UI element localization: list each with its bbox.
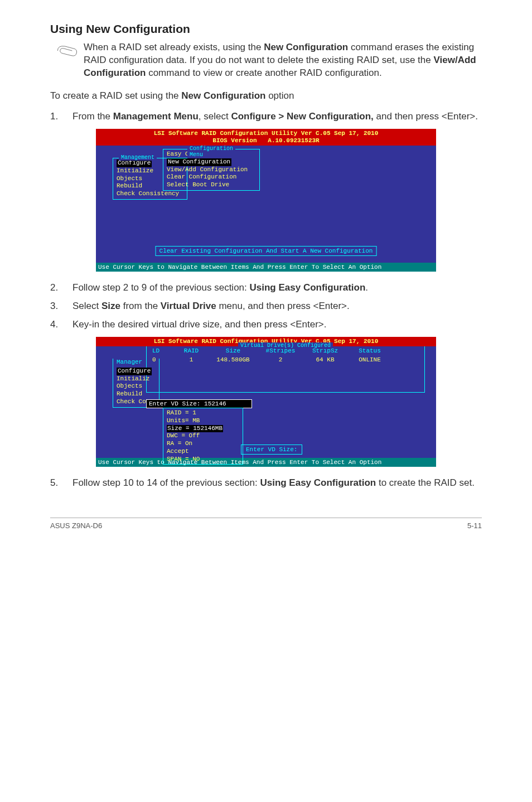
- step-4: 4. Key-in the desired virtual drive size…: [50, 318, 482, 331]
- step-text: Key-in the desired virtual drive size, a…: [72, 318, 482, 331]
- intro-bold: New Configuration: [181, 90, 265, 101]
- frag: menu, and then press <Enter>.: [216, 301, 350, 311]
- col-raid: RAID: [175, 347, 208, 354]
- cell-stripsz: 64 KB: [303, 356, 347, 363]
- intro-frag: To create a RAID set using the: [50, 90, 181, 101]
- management-menu-title: Management: [119, 154, 157, 161]
- bios-header: LSI Software RAID Configuration Utility …: [96, 129, 436, 146]
- cell-raid: 1: [175, 356, 208, 363]
- frag: .: [365, 282, 368, 293]
- cell-size: 148.580GB: [208, 356, 258, 363]
- prop-raid: RAID = 1: [167, 409, 239, 417]
- cfg-item-clear: Clear Configuration: [167, 173, 256, 181]
- frag: to create the RAID set.: [376, 477, 475, 488]
- mgmt-item-configure: Configure: [117, 368, 156, 375]
- section-title: Using New Configuration: [50, 22, 482, 36]
- step-text: Select Size from the Virtual Drive menu,…: [72, 300, 482, 313]
- mgmt-item-check-consistency: Check Consistency: [117, 190, 183, 198]
- frag: Follow step 2 to 9 of the previous secti…: [72, 282, 250, 293]
- step-2: 2. Follow step 2 to 9 of the previous se…: [50, 282, 482, 294]
- frag: from the: [120, 301, 161, 311]
- prop-size-label: Size =: [167, 425, 193, 432]
- cfg-item-new: New Configuration: [167, 158, 256, 166]
- mgmt-item: Initializ: [117, 375, 156, 383]
- col-status: Status: [347, 347, 392, 354]
- frag: From the: [72, 111, 113, 122]
- step-num: 4.: [50, 318, 72, 331]
- mgmt-item: Objects: [117, 383, 156, 390]
- note-block: When a RAID set already exists, using th…: [50, 41, 482, 80]
- vd-size-input-box: Enter VD Size: 152146: [146, 399, 252, 408]
- frag-bold: Using Easy Configuration: [260, 477, 376, 488]
- configuration-menu-title: Configuration Menu: [187, 146, 235, 158]
- cell-status: ONLINE: [347, 356, 392, 363]
- col-ld: LD: [147, 347, 175, 354]
- prop-dwc: DWC = Off: [167, 432, 239, 440]
- bios-confirm-message: Clear Existing Configuration And Start A…: [156, 246, 377, 256]
- bios-screenshot-2: LSI Software RAID Configuration Utility …: [96, 337, 436, 467]
- frag-bold: Configure > New Configuration,: [231, 111, 373, 122]
- enter-vd-size-prompt: Enter VD Size:: [241, 445, 302, 455]
- frag: and then press <Enter>.: [374, 111, 478, 122]
- configuration-menu: Configuration Menu Easy Configuration Ne…: [163, 149, 260, 191]
- footer-product: ASUS Z9NA-D6: [50, 521, 102, 530]
- bios-footer-help: Use Cursor Keys to Navigate Between Item…: [96, 263, 436, 272]
- frag-bold: Using Easy Configuration: [250, 282, 366, 293]
- bios-footer-help: Use Cursor Keys to Navigate Between Item…: [96, 458, 436, 467]
- frag: Key-in the desired virtual drive size, a…: [72, 319, 326, 330]
- page-footer: ASUS Z9NA-D6 5-11: [50, 518, 482, 530]
- frag-bold: Size: [101, 301, 120, 311]
- note-text-frag: When a RAID set already exists, using th…: [84, 42, 264, 52]
- vd-size-input-value: 152146: [204, 400, 226, 407]
- vd-size-input-label: Enter VD Size:: [149, 400, 204, 407]
- step-num: 5.: [50, 477, 72, 490]
- vd-table-row: 0 1 148.580GB 2 64 KB ONLINE: [147, 355, 424, 364]
- mgmt-item: Manager: [117, 359, 156, 366]
- bios-screenshot-1: LSI Software RAID Configuration Utility …: [96, 129, 436, 272]
- frag-bold: Management Menu: [113, 111, 199, 122]
- prop-accept: Accept: [167, 448, 239, 456]
- intro-paragraph: To create a RAID set using the New Confi…: [50, 90, 482, 103]
- step-num: 2.: [50, 282, 72, 294]
- step-text: Follow step 10 to 14 of the previous sec…: [72, 477, 482, 490]
- step-3: 3. Select Size from the Virtual Drive me…: [50, 300, 482, 313]
- step-1: 1. From the Management Menu, select Conf…: [50, 110, 482, 123]
- step-num: 3.: [50, 300, 72, 313]
- step-text: From the Management Menu, select Configu…: [72, 110, 482, 123]
- frag: , select: [199, 111, 231, 122]
- prop-units: Units= MB: [167, 417, 239, 425]
- note-text-frag: command to view or create another RAID c…: [146, 67, 381, 78]
- frag: Select: [72, 301, 101, 311]
- step-num: 1.: [50, 110, 72, 123]
- drive-properties-box: RAID = 1 Units= MB Size = 152146MB DWC =…: [163, 408, 243, 465]
- footer-page-number: 5-11: [467, 521, 482, 530]
- cfg-item-viewadd: View/Add Configuration: [167, 166, 256, 174]
- prop-size-value: 152146MB: [193, 425, 223, 432]
- prop-size: Size = 152146MB: [167, 425, 239, 433]
- paperclip-note-icon: [50, 41, 84, 59]
- step-text: Follow step 2 to 9 of the previous secti…: [72, 282, 482, 294]
- frag: Follow step 10 to 14 of the previous sec…: [72, 477, 260, 488]
- prop-span: SPAN = NO: [167, 456, 239, 463]
- vd-table-title: Virtual Drive(s) Configured: [238, 342, 333, 349]
- step-5: 5. Follow step 10 to 14 of the previous …: [50, 477, 482, 490]
- cfg-item-boot: Select Boot Drive: [167, 181, 256, 189]
- frag-bold: Virtual Drive: [161, 301, 216, 311]
- mgmt-item: Rebuild: [117, 390, 156, 398]
- virtual-drives-table: Virtual Drive(s) Configured LD RAID Size…: [146, 346, 425, 393]
- intro-frag: option: [265, 90, 294, 101]
- cell-stripes: 2: [258, 356, 303, 363]
- note-bold-1: New Configuration: [264, 42, 348, 52]
- note-text: When a RAID set already exists, using th…: [84, 41, 482, 80]
- prop-ra: RA = On: [167, 440, 239, 448]
